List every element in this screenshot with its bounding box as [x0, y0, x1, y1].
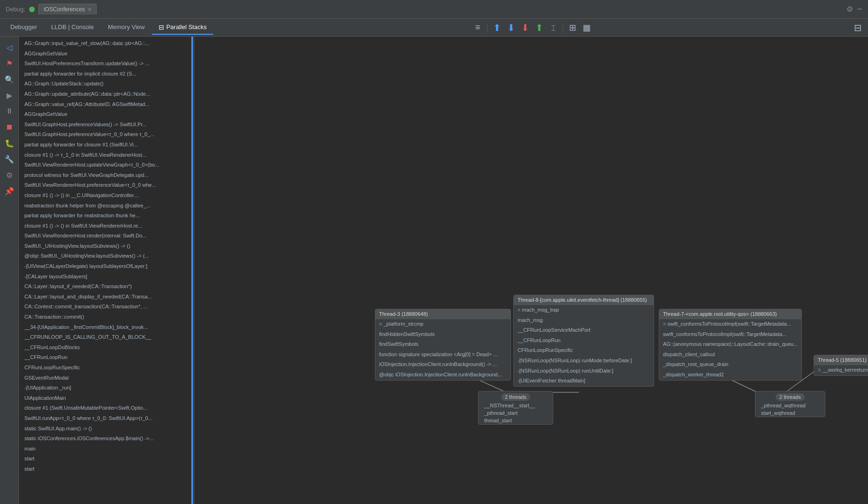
- stack-frame-20[interactable]: SwiftUI._UIHostingView.layoutSubviews() …: [19, 241, 191, 252]
- thread-3-frame-4[interactable]: function signature specialization <Arg[0…: [375, 350, 510, 360]
- thread-8-frame-3[interactable]: __CFRunLoopServiceMachPort: [514, 325, 654, 336]
- stack-frame-34[interactable]: -[UIApplication _run]: [19, 383, 191, 393]
- thread-3-frame-6[interactable]: @objc iOSInjection.InjectionClient.runIn…: [375, 370, 510, 380]
- shared-right-item-2[interactable]: start_wqthread: [755, 409, 825, 417]
- sidebar-run-icon[interactable]: ▶: [2, 88, 16, 102]
- stack-frame-24[interactable]: CA::Layer::layout_if_needed(CA::Transact…: [19, 282, 191, 292]
- main-layout: ◁ ⚑ 🔍 ▶ ⏸ ⏹ 🐛 🔧 ⚙ 📌 AG::Graph::input_val…: [0, 37, 868, 504]
- stack-frame-30[interactable]: __CFRunLoopDoBlocks: [19, 343, 191, 353]
- stack-frame-8[interactable]: SwiftUI.GraphHost.preferenceValues() -> …: [19, 120, 191, 130]
- stack-frame-35[interactable]: UIApplicationMain: [19, 393, 191, 404]
- thread-7-frame-5[interactable]: _dispatch_root_queue_drain: [659, 359, 801, 370]
- stack-frame-37[interactable]: SwiftUI.runApp<τ_0_0 where τ_0_0: SwiftU…: [19, 413, 191, 424]
- stack-frame-26[interactable]: CA::Context::commit_transaction(CA::Tran…: [19, 302, 191, 312]
- stack-frame-6[interactable]: AG::Graph::value_ref(AG::AttributeID, AG…: [19, 99, 191, 110]
- thread-8-frame-7[interactable]: -[NSRunLoop(NSRunLoop) runUntilDate:]: [514, 366, 654, 376]
- thread-8-frame-5[interactable]: CFRunLoopRunSpecific: [514, 345, 654, 356]
- thread-7-frame-3[interactable]: AG::(anonymous namespace)::LayoutCache::…: [659, 339, 801, 350]
- step-over-back-btn[interactable]: ⬆: [490, 21, 503, 34]
- thread-3-frame-1[interactable]: _platform_strcmp: [375, 319, 510, 329]
- stack-frame-33[interactable]: GSEventRunModal: [19, 373, 191, 383]
- stack-frame-12[interactable]: SwiftUI.ViewRendererHost.updateViewGraph…: [19, 160, 191, 170]
- tab-debugger[interactable]: Debugger: [4, 21, 44, 34]
- stack-frame-38[interactable]: static SwiftUI.App.main() -> (): [19, 424, 191, 434]
- stack-frame-19[interactable]: SwiftUI.ViewRendererHost.render(interval…: [19, 231, 191, 241]
- sidebar-navigate-icon[interactable]: ◁: [2, 40, 16, 54]
- stack-frame-15[interactable]: closure #1 () -> () in __C.UINavigationC…: [19, 191, 191, 201]
- sidebar-stop-icon[interactable]: ⏹: [2, 120, 16, 134]
- sidebar-wrench-icon[interactable]: 🔧: [2, 152, 16, 166]
- stack-frame-2[interactable]: SwiftUI.HostPreferencesTransform.updateV…: [19, 59, 191, 69]
- stack-frame-18[interactable]: closure #1 () -> () in SwiftUI.ViewRende…: [19, 221, 191, 231]
- thread-8-frame-1[interactable]: mach_msg_trap: [514, 305, 654, 315]
- stack-frame-1[interactable]: AGGraphGetValue: [19, 49, 191, 59]
- stack-panel: AG::Graph::input_value_ref_slow(AG::data…: [19, 37, 192, 504]
- stack-frame-29[interactable]: __CFRUNLOOP_IS_CALLING_OUT_TO_A_BLOCK__: [19, 332, 191, 343]
- step-up-btn[interactable]: ⬆: [533, 21, 546, 34]
- shared-left-item-2[interactable]: _pthread_start: [479, 409, 553, 417]
- shared-right-item-1[interactable]: _pthread_wqthread: [755, 402, 825, 409]
- stack-frame-14[interactable]: SwiftUI.ViewRendererHost.preferenceValue…: [19, 180, 191, 191]
- stack-frame-9[interactable]: SwiftUI.GraphHost.preferenceValue<τ_0_0 …: [19, 130, 191, 140]
- thread-7-frame-2[interactable]: swift_conformsToProtocolImpl(swift::Targ…: [659, 329, 801, 340]
- close-icon[interactable]: ×: [88, 6, 91, 13]
- stack-frame-31[interactable]: __CFRunLoopRun: [19, 352, 191, 363]
- shared-left-item-3[interactable]: thread_start: [479, 417, 553, 424]
- stack-frame-7[interactable]: AGGraphGetValue: [19, 109, 191, 120]
- stack-frame-22[interactable]: -[UIView(CALayerDelegate) layoutSublayer…: [19, 261, 191, 272]
- tab-memory[interactable]: Memory View: [101, 21, 152, 34]
- stack-frame-11[interactable]: closure #1 () -> τ_1_0 in SwiftUI.ViewRe…: [19, 150, 191, 160]
- stack-frame-27[interactable]: CA::Transaction::commit(): [19, 312, 191, 322]
- thread-7-frame-4[interactable]: dispatch_client_callout: [659, 350, 801, 360]
- stack-frame-0[interactable]: AG::Graph::input_value_ref_slow(AG::data…: [19, 38, 191, 49]
- stack-frame-40[interactable]: main: [19, 444, 191, 454]
- thread-7-frame-1[interactable]: swift_conformsToProtocolImpl(swift::Targ…: [659, 319, 801, 329]
- stack-frame-13[interactable]: protocol witness for SwiftUI.ViewGraphDe…: [19, 170, 191, 181]
- tab-lldb[interactable]: LLDB | Console: [45, 21, 100, 34]
- debug-label: Debug:: [6, 6, 25, 13]
- stack-frame-23[interactable]: -[CALayer layoutSublayers]: [19, 272, 191, 282]
- stack-frame-4[interactable]: AG::Graph::UpdateStack::update(): [19, 79, 191, 89]
- thread-7-frame-6[interactable]: _dispatch_worker_thread2: [659, 370, 801, 380]
- stack-frame-21[interactable]: @objc SwiftUI._UIHostingView.layoutSubvi…: [19, 251, 191, 261]
- sidebar-pause-icon[interactable]: ⏸: [2, 104, 16, 118]
- layout-menu-btn[interactable]: ≡: [471, 21, 484, 34]
- thread-3-frame-5[interactable]: iOSInjection.InjectionClient.runInBackgr…: [375, 359, 510, 370]
- tab-parallel[interactable]: ⊟ Parallel Stacks: [152, 21, 213, 35]
- list-btn[interactable]: ▦: [580, 21, 593, 34]
- thread-8-frame-6[interactable]: -[NSRunLoop(NSRunLoop) runMode:beforeDat…: [514, 356, 654, 366]
- thread-5-frame-1[interactable]: __workq_kernreturn: [814, 365, 868, 375]
- stack-frame-10[interactable]: partial apply forwarder for closure #1 (…: [19, 140, 191, 150]
- stack-frame-41[interactable]: start: [19, 454, 191, 464]
- shared-left-item-1[interactable]: __NSThread__start__: [479, 402, 553, 409]
- stack-frame-28[interactable]: __34-[UIApplication _firstCommitBlock]_b…: [19, 322, 191, 333]
- sidebar-settings-icon[interactable]: ⚙: [2, 168, 16, 182]
- minimize-icon[interactable]: −: [857, 4, 862, 15]
- stack-frame-32[interactable]: CFRunLoopRunSpecific: [19, 363, 191, 373]
- stack-frame-25[interactable]: CA::Layer::layout_and_display_if_needed(…: [19, 292, 191, 302]
- step-into-btn[interactable]: ⬇: [504, 21, 518, 34]
- thread-8-frame-8[interactable]: -[UIEventFetcher threadMain]: [514, 376, 654, 386]
- stack-frame-17[interactable]: partial apply forwarder for reabstractio…: [19, 211, 191, 221]
- stack-frame-3[interactable]: partial apply forwarder for implicit clo…: [19, 69, 191, 79]
- thread-8-header: Thread-8-[com.apple.uikit.eventfetch-thr…: [514, 295, 654, 305]
- grid-btn[interactable]: ⊞: [566, 21, 579, 34]
- stack-frame-42[interactable]: start: [19, 464, 191, 474]
- stack-frame-16[interactable]: reabstraction thunk helper from @escapin…: [19, 201, 191, 211]
- sidebar-search-icon[interactable]: 🔍: [2, 72, 16, 86]
- thread-3-frame-3[interactable]: findSwiftSymbols: [375, 339, 510, 350]
- stack-frame-39[interactable]: static iOSConferences.iOSConferencesApp.…: [19, 434, 191, 444]
- cursor-btn[interactable]: ⌶: [547, 21, 560, 34]
- stack-frame-5[interactable]: AG::Graph::update_attribute(AG::data::pt…: [19, 89, 191, 99]
- thread-3-frame-2[interactable]: findHiddenSwiftSymbols: [375, 329, 510, 340]
- step-out-btn[interactable]: ⬇: [518, 21, 532, 34]
- stack-frame-36[interactable]: closure #1 (Swift.UnsafeMutablePointer<S…: [19, 403, 191, 413]
- sidebar-bug-icon[interactable]: 🐛: [2, 136, 16, 150]
- thread-8-frame-4[interactable]: __CFRunLoopRun: [514, 336, 654, 346]
- thread-8-frame-2[interactable]: mach_msg: [514, 315, 654, 326]
- panels-btn[interactable]: ⊟: [851, 21, 864, 34]
- settings-icon[interactable]: ⚙: [846, 5, 853, 14]
- sidebar-warning-icon[interactable]: ⚑: [2, 56, 16, 70]
- sidebar-pin-icon[interactable]: 📌: [2, 184, 16, 198]
- app-tab[interactable]: iOSConferences ×: [38, 4, 97, 15]
